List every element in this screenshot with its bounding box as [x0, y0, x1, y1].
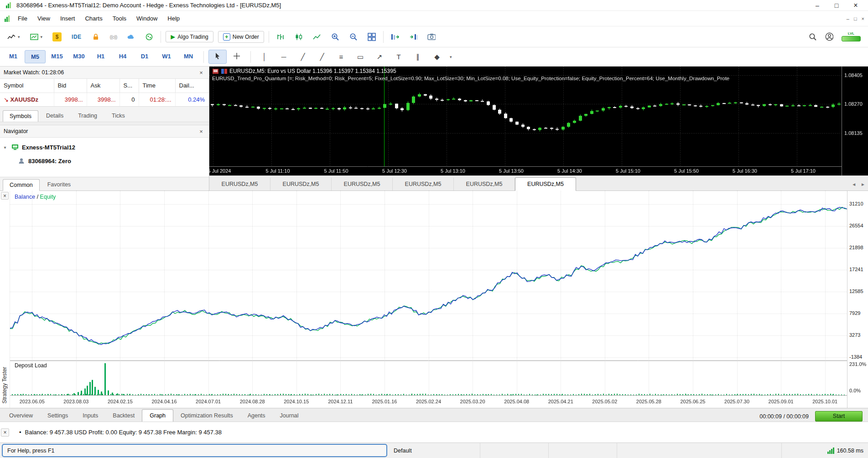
timeframe-d1[interactable]: D1	[134, 50, 155, 63]
candlestick-view-button[interactable]	[292, 31, 306, 43]
price-chart-canvas[interactable]	[209, 67, 868, 175]
menu-view[interactable]: View	[32, 13, 55, 24]
ide-button[interactable]: IDE	[69, 32, 84, 42]
menu-help[interactable]: Help	[162, 13, 185, 24]
zoom-out-button[interactable]	[347, 31, 360, 43]
shapes-tool[interactable]: ◆	[428, 51, 446, 63]
crosshair-tool[interactable]	[228, 50, 246, 63]
profile-icon[interactable]	[825, 33, 833, 41]
tab-trading[interactable]: Trading	[71, 110, 104, 122]
signals-button[interactable]: ((o))	[107, 32, 120, 41]
tab-details[interactable]: Details	[39, 110, 70, 122]
column-daily[interactable]: Dail...	[175, 79, 209, 93]
tester-tab-agents[interactable]: Agents	[240, 410, 273, 422]
panel-splitter[interactable]	[0, 122, 209, 125]
column-ask[interactable]: Ask	[87, 79, 120, 93]
chart-tab[interactable]: EURUSDz,M5	[454, 178, 515, 190]
child-minimize-button[interactable]: –	[847, 16, 849, 21]
timeframe-w1[interactable]: W1	[156, 50, 177, 63]
start-button[interactable]: Start	[815, 411, 863, 422]
column-symbol[interactable]: Symbol	[0, 79, 54, 93]
minimize-button[interactable]: –	[810, 2, 825, 9]
cloud-button[interactable]	[124, 31, 138, 43]
tab-common[interactable]: Common	[3, 179, 40, 191]
screenshot-button[interactable]	[425, 31, 438, 43]
column-spread[interactable]: S...	[120, 79, 139, 93]
timeframe-m30[interactable]: M30	[68, 50, 89, 63]
tester-tab-graph[interactable]: Graph	[142, 409, 173, 422]
tree-item-server[interactable]: ▾ Exness-MT5Trial12	[2, 140, 207, 154]
one-click-trading-icon[interactable]	[221, 68, 227, 74]
connection-status[interactable]: 160.58 ms	[781, 443, 868, 458]
tab-scroll-right-icon[interactable]: ►	[861, 182, 865, 187]
community-button[interactable]	[142, 31, 156, 43]
tester-tab-optimization-results[interactable]: Optimization Results	[173, 410, 240, 422]
chart-tab[interactable]: EURUSDz,M5	[515, 177, 576, 191]
toolbox-close-icon[interactable]: ×	[1, 428, 9, 437]
chart-type-button[interactable]: ▾	[5, 31, 23, 43]
zoom-in-button[interactable]	[328, 31, 342, 43]
navigator-close-icon[interactable]: ×	[197, 128, 205, 135]
horizontal-line-tool[interactable]: ─	[275, 51, 293, 63]
table-row[interactable]: ↘ XAUUSDz 3998... 3998... 0 01:28:... 0.…	[0, 93, 209, 106]
market-depth-icon[interactable]	[212, 68, 218, 74]
chart-tab[interactable]: EURUSDz,M5	[393, 178, 454, 190]
menu-window[interactable]: Window	[131, 13, 162, 24]
chart-window-button[interactable]: ▾	[27, 31, 46, 43]
text-tool[interactable]: T	[390, 51, 408, 63]
column-time[interactable]: Time	[139, 79, 175, 93]
cursor-tool[interactable]	[208, 50, 227, 64]
deposit-button[interactable]: $	[50, 31, 64, 43]
profile-selector[interactable]: Default	[389, 443, 480, 458]
tab-symbols[interactable]: Symbols	[3, 110, 38, 122]
chevron-down-icon[interactable]: ▾	[2, 145, 8, 150]
tick-chart-button[interactable]	[274, 31, 287, 43]
algo-trading-button[interactable]: ▶ Algo Trading	[166, 31, 213, 42]
tester-tab-overview[interactable]: Overview	[2, 410, 40, 422]
child-close-button[interactable]: ×	[862, 16, 864, 21]
close-button[interactable]: ×	[848, 1, 863, 10]
tester-graph-canvas[interactable]	[10, 191, 847, 397]
fibonacci-tool[interactable]: ≡	[332, 51, 350, 63]
menu-tools[interactable]: Tools	[108, 13, 131, 24]
timeframe-m5[interactable]: M5	[25, 50, 46, 63]
trendline-angle-tool[interactable]: ╱	[313, 51, 331, 63]
tab-scroll-left-icon[interactable]: ◄	[852, 182, 856, 187]
menu-file[interactable]: File	[13, 13, 32, 24]
chart-tab[interactable]: EURUSDz,M5	[332, 178, 393, 190]
timeframe-m15[interactable]: M15	[47, 50, 68, 63]
maximize-button[interactable]: □	[829, 2, 844, 9]
timeframe-mn[interactable]: MN	[178, 50, 199, 63]
timeframe-h4[interactable]: H4	[112, 50, 133, 63]
column-bid[interactable]: Bid	[54, 79, 87, 93]
menu-insert[interactable]: Insert	[55, 13, 80, 24]
connection-level-indicator[interactable]: LVL	[842, 32, 861, 41]
shift-chart-button[interactable]	[388, 31, 402, 43]
tools-caret-icon[interactable]: ▾	[447, 55, 455, 59]
arrow-tool[interactable]: ↗	[370, 51, 389, 63]
tree-item-account[interactable]: 83068964: Zero	[17, 154, 207, 168]
menu-charts[interactable]: Charts	[80, 13, 107, 24]
search-icon[interactable]	[809, 33, 817, 41]
timeframe-m1[interactable]: M1	[3, 50, 24, 63]
new-order-button[interactable]: + New Order	[218, 31, 264, 43]
tile-windows-button[interactable]	[365, 31, 379, 43]
lock-button[interactable]	[89, 31, 103, 43]
tab-favorites[interactable]: Favorites	[41, 179, 78, 190]
rectangle-tool[interactable]: ▭	[351, 51, 369, 63]
tab-ticks[interactable]: Ticks	[105, 110, 132, 122]
tester-tab-backtest[interactable]: Backtest	[105, 410, 142, 422]
auto-scroll-button[interactable]	[406, 31, 420, 43]
channel-tool[interactable]: ∥	[409, 51, 427, 63]
tester-tab-inputs[interactable]: Inputs	[75, 410, 105, 422]
line-view-button[interactable]	[310, 31, 324, 43]
chart-tab[interactable]: EURUSDz,M5	[270, 178, 332, 190]
vertical-line-tool[interactable]: │	[255, 51, 274, 63]
trendline-tool[interactable]: ╱	[294, 51, 312, 63]
child-restore-button[interactable]: □	[854, 16, 857, 21]
chart-tab[interactable]: EURUSDz,M5	[209, 178, 270, 190]
tester-tab-settings[interactable]: Settings	[40, 410, 75, 422]
timeframe-h1[interactable]: H1	[90, 50, 111, 63]
market-watch-close-icon[interactable]: ×	[197, 69, 205, 76]
tester-close-icon[interactable]: ×	[1, 192, 9, 200]
